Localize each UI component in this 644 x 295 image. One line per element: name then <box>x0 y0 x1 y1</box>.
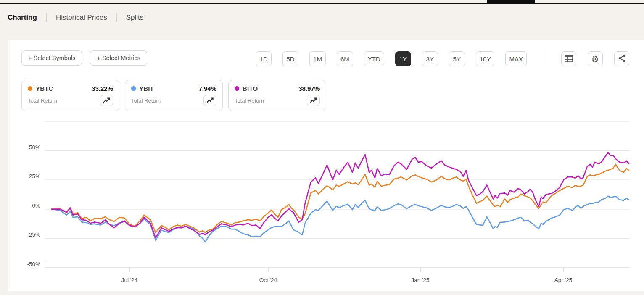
trend-chart-button[interactable] <box>203 95 216 106</box>
symbol-ticker: YBIT <box>139 85 154 92</box>
settings-button[interactable]: ⚙ <box>588 51 603 66</box>
tab-historical-prices[interactable]: Historical Prices <box>56 13 107 22</box>
y-axis-label: -25% <box>27 232 40 238</box>
select-metrics-button[interactable]: + Select Metrics <box>90 50 147 66</box>
trend-up-icon <box>103 97 110 104</box>
trend-chart-button[interactable] <box>307 95 320 106</box>
range-button-1d[interactable]: 1D <box>256 51 272 66</box>
y-axis-label: 25% <box>29 173 40 179</box>
y-axis-label: 50% <box>29 144 40 150</box>
symbol-ticker: BITO <box>243 85 258 92</box>
range-button-1m[interactable]: 1M <box>309 51 326 66</box>
trend-up-icon <box>207 97 214 104</box>
symbol-card-ybtc[interactable]: YBTC 33.22% Total Return <box>21 80 119 111</box>
toolbar-divider <box>544 50 544 67</box>
symbol-metric-label: Total Return <box>28 97 57 104</box>
symbol-ticker: YBTC <box>36 85 53 92</box>
range-group: 1D5D1M6MYTD1Y3Y5Y10YMAX <box>256 50 629 67</box>
top-divider <box>0 3 644 4</box>
range-button-3y[interactable]: 3Y <box>422 51 438 66</box>
range-buttons: 1D5D1M6MYTD1Y3Y5Y10YMAX <box>256 51 527 66</box>
select-symbols-button[interactable]: + Select Symbols <box>21 50 82 66</box>
symbol-metric-label: Total Return <box>235 97 264 104</box>
range-button-10y[interactable]: 10Y <box>476 51 495 66</box>
tab-charting[interactable]: Charting <box>8 13 37 22</box>
range-button-1y[interactable]: 1Y <box>395 51 411 66</box>
symbol-metric-label: Total Return <box>131 97 161 104</box>
series-line-bito <box>52 153 629 238</box>
x-axis-label: Jul '24 <box>121 277 138 283</box>
symbol-return-value: 33.22% <box>92 85 113 92</box>
y-axis-label: -50% <box>27 261 40 267</box>
x-axis-label: Apr '25 <box>554 277 572 283</box>
trend-up-icon <box>310 97 317 104</box>
tab-splits[interactable]: Splits <box>126 13 144 22</box>
chart-canvas[interactable]: 50%25%0%-25%-50%Jul '24Oct '24Jan '25Apr… <box>8 115 644 288</box>
tab-separator <box>116 13 117 22</box>
range-button-5d[interactable]: 5D <box>282 51 298 66</box>
range-button-ytd[interactable]: YTD <box>364 51 384 66</box>
scrollbar-thumb[interactable] <box>487 0 535 3</box>
select-group: + Select Symbols + Select Metrics <box>21 50 147 66</box>
symbol-cards: YBTC 33.22% Total Return <box>21 80 629 111</box>
symbol-return-value: 38.97% <box>298 85 320 92</box>
chart-toolbar: + Select Symbols + Select Metrics 1D5D1M… <box>21 50 629 67</box>
range-button-5y[interactable]: 5Y <box>449 51 465 66</box>
share-button[interactable] <box>614 51 629 66</box>
series-color-dot <box>235 86 239 91</box>
table-icon <box>565 55 573 63</box>
icon-group: ⚙ <box>561 51 629 66</box>
main-panel: + Select Symbols + Select Metrics 1D5D1M… <box>8 40 644 291</box>
tab-separator <box>46 13 47 22</box>
symbol-card-ybit[interactable]: YBIT 7.94% Total Return <box>125 80 223 111</box>
range-button-6m[interactable]: 6M <box>337 51 353 66</box>
table-view-button[interactable] <box>561 51 576 66</box>
tab-bar: ChartingHistorical PricesSplits <box>8 13 143 22</box>
series-color-dot <box>131 86 136 91</box>
symbol-return-value: 7.94% <box>198 85 216 92</box>
x-axis-label: Jan '25 <box>411 277 429 283</box>
gear-icon: ⚙ <box>591 55 599 63</box>
share-icon <box>618 54 626 63</box>
series-color-dot <box>28 86 32 91</box>
x-axis-label: Oct '24 <box>259 277 277 283</box>
price-chart[interactable]: 50%25%0%-25%-50%Jul '24Oct '24Jan '25Apr… <box>8 115 644 288</box>
symbol-card-bito[interactable]: BITO 38.97% Total Return <box>228 80 326 111</box>
y-axis-label: 0% <box>32 203 40 209</box>
range-button-max[interactable]: MAX <box>505 51 527 66</box>
trend-chart-button[interactable] <box>100 95 113 106</box>
